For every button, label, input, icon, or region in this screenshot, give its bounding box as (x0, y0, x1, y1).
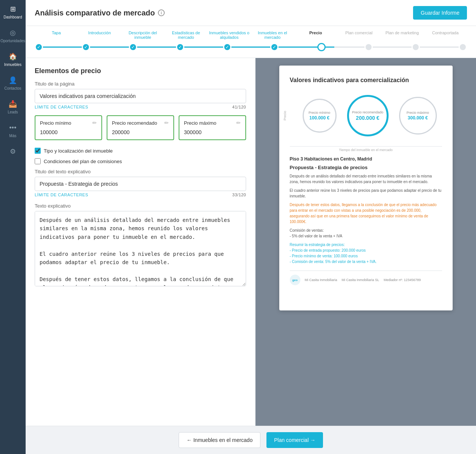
circle-max-price: 300.000 € (408, 115, 428, 121)
preview-footer: geo Mi Casita Inmobiliaria Mi Casita Inm… (290, 271, 442, 285)
sidebar-item-dashboard[interactable]: ⊞ Dashboard (0, 0, 26, 24)
sidebar-label-leads: Leads (8, 110, 18, 114)
checkbox-comisiones-label: Condiciones del plan de comisiones (44, 159, 122, 164)
checkbox-comisiones[interactable] (35, 158, 41, 164)
explanatory-title-label: Titulo del texto explicativo (35, 169, 246, 174)
char-count-page: 41/120 (232, 105, 246, 109)
explanatory-text-input[interactable]: Después de un análisis detallado del mer… (35, 211, 246, 286)
header-title-area: Análisis comparativo de mercado i (35, 9, 165, 17)
explanatory-text-group: Texto explicativo Después de un análisis… (35, 203, 246, 288)
price-field-max-header: Precio máximo ✏ (184, 120, 241, 126)
step-dot-3[interactable]: ✓ (176, 43, 184, 51)
back-button[interactable]: ← Inmuebles en el mercado (179, 432, 260, 448)
info-icon[interactable]: i (158, 9, 165, 16)
price-max-input[interactable] (184, 129, 241, 135)
section-title: Elementos de precio (35, 67, 246, 75)
sidebar-item-contactos[interactable]: 👤 Contactos (0, 71, 26, 95)
settings-icon: ⚙ (8, 147, 17, 156)
explanatory-title-group: Titulo del texto explicativo LÍMITE DE C… (35, 169, 246, 197)
sidebar-item-mas[interactable]: ••• Más (0, 119, 26, 142)
checkbox-tipo[interactable] (35, 148, 41, 154)
leads-icon: 📥 (8, 99, 17, 109)
sidebar-label-contactos: Contactos (4, 86, 21, 90)
circle-rec-price: 200.000 € (356, 115, 379, 121)
preview-text-5: Resumir la estrategia de precios:- Preci… (290, 242, 442, 264)
circle-rec-label: Precio recomendado (352, 110, 383, 114)
step-dot-8[interactable] (412, 43, 420, 51)
price-circles: Precio mínimo 100.000 € Precio recomenda… (297, 91, 442, 140)
price-rec-input[interactable] (112, 129, 169, 135)
price-circle-max: Precio máximo 300.000 € (399, 97, 437, 135)
price-rec-edit-icon[interactable]: ✏ (164, 120, 169, 126)
footer-mediator: Mediador nº: 123456789 (384, 278, 421, 282)
sidebar-label-dashboard: Dashboard (4, 15, 22, 19)
chart-ylabel: Precio (283, 111, 287, 121)
step-dot-1[interactable]: ✓ (82, 43, 90, 51)
header: Análisis comparativo de mercado i Guarda… (26, 0, 476, 26)
step-label-2: Descripción del inmueble (121, 31, 164, 40)
steps-dots: ✓ ✓ ✓ ✓ ✓ ✓ (35, 43, 467, 51)
sidebar-item-settings[interactable]: ⚙ (0, 142, 26, 161)
preview-property-title: Piso 3 Habitaciones en Centro, Madrid (290, 156, 442, 162)
sidebar-item-inmuebles[interactable]: 🏠 Inmuebles (0, 47, 26, 71)
sidebar-label-oportunidades: Oportunidades (0, 39, 25, 43)
steps-labels: Tapa Introducción Descripción del inmueb… (35, 31, 467, 40)
dashboard-icon: ⊞ (8, 5, 17, 14)
price-field-max: Precio máximo ✏ (179, 115, 246, 140)
step-label-6: Precio (294, 31, 337, 35)
footer-logo: geo (290, 275, 300, 285)
step-dot-4[interactable]: ✓ (223, 43, 231, 51)
price-field-min: Precio mínimo ✏ (35, 115, 102, 140)
right-panel: Valores indicativos para comercializació… (256, 58, 476, 426)
preview-text-4: Comisión de ventas:- 5% del valor de la … (290, 228, 442, 239)
next-button[interactable]: Plan comercial → (266, 432, 323, 448)
char-limit-explanatory: LÍMITE DE CARACTERES 33/120 (35, 193, 246, 197)
price-rec-label: Precio recomendado (112, 120, 157, 126)
graph-line (290, 146, 442, 147)
step-dot-2[interactable]: ✓ (129, 43, 137, 51)
step-label-7: Plan comercial (337, 31, 381, 35)
footer-company: Mi Casita Inmobiliaria (305, 278, 337, 282)
page-title-label: Titulo de la página (35, 81, 246, 87)
price-field-min-header: Precio mínimo ✏ (40, 120, 97, 126)
price-max-label: Precio máximo (184, 120, 216, 126)
price-min-edit-icon[interactable]: ✏ (92, 120, 97, 126)
circle-max-label: Precio máximo (407, 111, 429, 115)
preview-text-3: Después de tener estos datos, llegamos a… (290, 202, 442, 225)
sidebar: ⊞ Dashboard ◎ Oportunidades 🏠 Inmuebles … (0, 0, 26, 454)
price-circle-min: Precio mínimo 100.000 € (303, 99, 337, 133)
price-max-edit-icon[interactable]: ✏ (236, 120, 241, 126)
sidebar-item-leads[interactable]: 📥 Leads (0, 95, 26, 119)
price-field-rec-header: Precio recomendado ✏ (112, 120, 169, 126)
step-label-9: Contraportada (424, 31, 467, 35)
sidebar-label-mas: Más (9, 134, 17, 138)
preview-text-1: Después de un análisis detallado del mer… (290, 173, 442, 185)
left-panel: Elementos de precio Titulo de la página … (26, 58, 256, 426)
step-dot-9[interactable] (459, 43, 467, 51)
step-label-3: Estadísticas de mercado (164, 31, 208, 40)
inmuebles-icon: 🏠 (8, 52, 17, 61)
step-dot-5[interactable]: ✓ (270, 43, 279, 51)
price-circle-rec: Precio recomendado 200.000 € (347, 95, 389, 136)
explanatory-text-label: Texto explicativo (35, 203, 246, 209)
checkbox-tipo-row: Tipo y localización del inmueble (35, 148, 246, 154)
price-fields: Precio mínimo ✏ Precio recomendado ✏ Pre… (35, 115, 246, 140)
step-label-5: Inmuebles en el mercado (251, 31, 294, 40)
page-title-group: Titulo de la página LÍMITE DE CARACTERES… (35, 81, 246, 109)
explanatory-title-input[interactable] (35, 177, 246, 191)
step-dot-0[interactable]: ✓ (35, 43, 43, 51)
chart-xlabel: Tiempo del inmueble en el mercado (290, 148, 442, 152)
price-field-rec: Precio recomendado ✏ (107, 115, 174, 140)
save-button[interactable]: Guardar Informe (413, 6, 467, 20)
step-dot-7[interactable] (364, 43, 373, 51)
mas-icon: ••• (8, 123, 17, 132)
price-min-input[interactable] (40, 129, 97, 135)
preview-text-2: El cuadro anterior reúne los 3 niveles d… (290, 188, 442, 199)
step-dot-6[interactable] (317, 43, 326, 51)
sidebar-item-oportunidades[interactable]: ◎ Oportunidades (0, 24, 26, 47)
footer-entity: Mi Casita Inmobiliaria SL (342, 278, 380, 282)
char-count-explanatory: 33/120 (232, 193, 246, 197)
checkbox-comisiones-row: Condiciones del plan de comisiones (35, 158, 246, 164)
page-title-input[interactable] (35, 89, 246, 103)
step-label-8: Plan de marketing (381, 31, 424, 35)
